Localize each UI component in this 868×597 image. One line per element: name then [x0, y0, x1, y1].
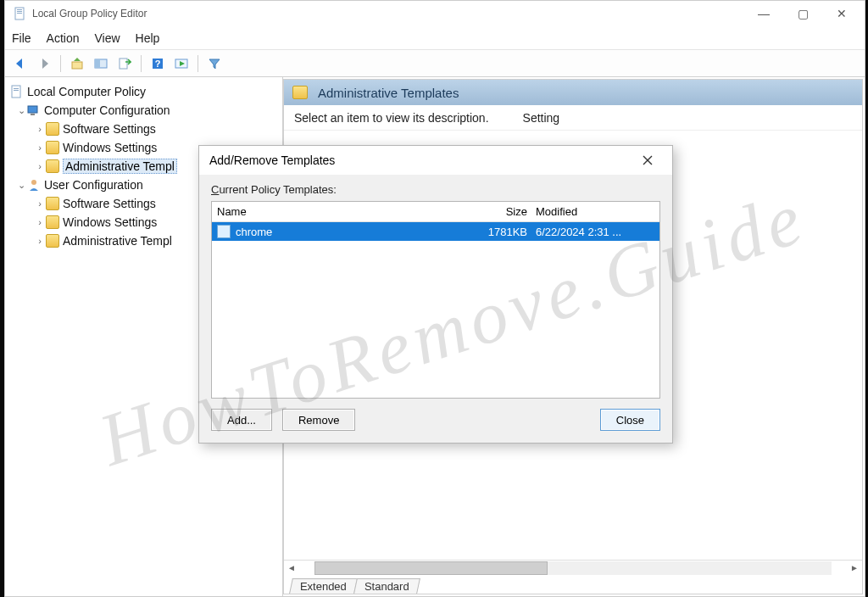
folder-icon [46, 159, 59, 173]
tree-root[interactable]: Local Computer Policy [8, 82, 279, 101]
policy-icon [10, 85, 24, 98]
horizontal-scrollbar[interactable]: ◄ ► [284, 560, 862, 575]
close-icon [643, 155, 653, 165]
dialog-title: Add/Remove Templates [209, 153, 633, 167]
tree-label: Administrative Templ [63, 234, 172, 248]
tab-standard[interactable]: Standard [353, 578, 420, 594]
scroll-thumb[interactable] [314, 561, 548, 575]
column-setting[interactable]: Setting [523, 111, 560, 125]
tree-label: Administrative Templ [63, 159, 177, 174]
user-icon [27, 178, 41, 192]
menu-view[interactable]: View [94, 31, 120, 45]
tree-expand-icon[interactable]: › [34, 142, 46, 153]
add-remove-templates-dialog: Add/Remove Templates Current Policy Temp… [198, 145, 673, 444]
pane-tabs: Extended Standard [284, 575, 862, 594]
tree-expand-icon[interactable]: › [34, 198, 46, 209]
computer-icon [27, 103, 41, 117]
scroll-right-icon[interactable]: ► [847, 561, 862, 575]
pane-hint: Select an item to view its description. [294, 111, 489, 125]
column-size[interactable]: Size [468, 205, 536, 218]
svg-rect-3 [17, 13, 22, 14]
window-controls: — ▢ ✕ [744, 1, 861, 26]
svg-rect-4 [72, 62, 82, 69]
toolbar-separator [198, 55, 198, 72]
list-item[interactable]: chrome 1781KB 6/22/2024 2:31 ... [212, 222, 659, 241]
tab-extended[interactable]: Extended [289, 578, 358, 594]
cell-name: chrome [236, 226, 468, 238]
forward-button[interactable] [34, 53, 54, 74]
svg-rect-7 [120, 59, 127, 69]
tree-expand-icon[interactable]: › [34, 161, 46, 171]
scroll-track[interactable] [314, 561, 832, 575]
svg-text:?: ? [155, 59, 161, 69]
window-title: Local Group Policy Editor [32, 8, 744, 20]
tree-cc-software[interactable]: › Software Settings [8, 120, 279, 138]
menu-help[interactable]: Help [136, 31, 160, 45]
svg-rect-1 [17, 9, 22, 10]
svg-rect-6 [95, 59, 100, 68]
minimize-button[interactable]: — [744, 1, 783, 26]
filter-button[interactable] [204, 53, 225, 74]
toolbar-separator [141, 55, 142, 72]
tree-label: Windows Settings [63, 141, 157, 154]
folder-icon [46, 215, 59, 229]
dialog-label: Current Policy Templates: [211, 183, 660, 196]
column-modified[interactable]: Modified [536, 205, 654, 218]
pane-header: Administrative Templates [284, 80, 862, 105]
tree-collapse-icon[interactable]: ⌄ [15, 105, 27, 116]
dialog-buttons: Add... Remove Close [211, 399, 660, 432]
svg-point-16 [31, 180, 36, 185]
column-name[interactable]: Name [217, 205, 468, 218]
tree-label: Windows Settings [63, 215, 157, 229]
tree-computer-config[interactable]: ⌄ Computer Configuration [8, 101, 279, 120]
folder-icon [46, 122, 59, 136]
toolbar: ? [5, 50, 865, 77]
dialog-titlebar: Add/Remove Templates [199, 146, 672, 175]
tree-label: User Configuration [44, 178, 143, 192]
pane-title: Administrative Templates [318, 86, 459, 100]
remove-button[interactable]: Remove [282, 409, 355, 431]
dialog-close-button[interactable] [633, 146, 662, 175]
dialog-body: Current Policy Templates: Name Size Modi… [199, 175, 672, 443]
scroll-left-icon[interactable]: ◄ [284, 561, 299, 575]
tree-expand-icon[interactable]: › [34, 217, 46, 227]
cell-size: 1781KB [468, 226, 536, 238]
list-header: Name Size Modified [212, 202, 659, 222]
tree-expand-icon[interactable]: › [34, 236, 46, 246]
tree-label: Software Settings [63, 122, 156, 136]
maximize-button[interactable]: ▢ [783, 1, 822, 26]
export-button[interactable] [114, 53, 135, 74]
help-button[interactable]: ? [147, 53, 168, 74]
cell-modified: 6/22/2024 2:31 ... [536, 226, 654, 238]
tree-collapse-icon[interactable]: ⌄ [15, 180, 27, 191]
add-button[interactable]: Add... [211, 409, 272, 431]
properties-button[interactable] [171, 53, 192, 74]
template-file-icon [217, 225, 231, 238]
menu-action[interactable]: Action [47, 31, 80, 45]
toolbar-separator [60, 55, 61, 72]
tree-label: Software Settings [63, 197, 156, 210]
folder-icon [292, 86, 308, 99]
svg-rect-12 [14, 88, 19, 89]
svg-rect-15 [31, 114, 35, 115]
back-button[interactable] [10, 53, 31, 74]
menu-file[interactable]: File [12, 31, 31, 45]
templates-list[interactable]: Name Size Modified chrome 1781KB 6/22/20… [211, 201, 660, 399]
show-hide-button[interactable] [91, 53, 111, 74]
folder-icon [46, 197, 59, 210]
tree-label: Computer Configuration [44, 103, 170, 117]
up-button[interactable] [67, 53, 87, 74]
close-button[interactable]: Close [600, 409, 660, 431]
titlebar: Local Group Policy Editor — ▢ ✕ [5, 1, 865, 26]
menubar: File Action View Help [5, 26, 865, 50]
svg-rect-2 [17, 11, 22, 12]
tree-expand-icon[interactable]: › [34, 124, 46, 134]
folder-icon [46, 234, 59, 248]
folder-icon [46, 141, 59, 154]
app-icon [14, 7, 27, 20]
svg-rect-11 [12, 86, 20, 98]
svg-rect-13 [14, 90, 19, 91]
svg-rect-14 [28, 106, 37, 113]
pane-subheader: Select an item to view its description. … [284, 105, 862, 131]
close-window-button[interactable]: ✕ [822, 1, 861, 26]
